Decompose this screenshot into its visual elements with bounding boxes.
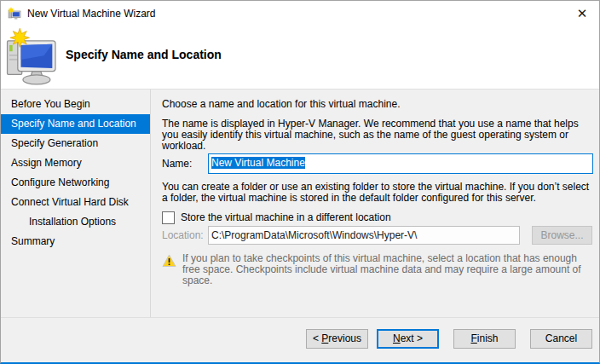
button-bar: < Previous Next > Finish Cancel <box>1 317 599 362</box>
next-button[interactable]: Next > <box>377 329 439 349</box>
sidebar-item-before-you-begin[interactable]: Before You Begin <box>1 95 150 114</box>
wizard-banner: Specify Name and Location <box>1 26 599 90</box>
vm-name-input[interactable]: New Virtual Machine <box>208 153 593 174</box>
store-different-location-checkbox[interactable] <box>162 211 175 224</box>
checkpoint-warning: If you plan to take checkpoints of this … <box>162 253 593 286</box>
name-field-row: Name: New Virtual Machine <box>162 154 593 173</box>
wizard-dialog: New Virtual Machine Wizard ✕ Specify Nam… <box>0 0 600 364</box>
finish-button-suffix: inish <box>477 332 499 344</box>
next-button-suffix: ext > <box>401 332 423 344</box>
cancel-button[interactable]: Cancel <box>530 329 592 349</box>
new-vm-icon <box>6 27 59 87</box>
sidebar-item-specify-name-and-location[interactable]: Specify Name and Location <box>1 114 150 134</box>
app-icon <box>8 7 21 20</box>
location-path-input: C:\ProgramData\Microsoft\Windows\Hyper-V… <box>208 226 520 245</box>
name-label: Name: <box>162 158 208 170</box>
intro-text: Choose a name and location for this virt… <box>162 99 401 110</box>
location-field-row: Location: C:\ProgramData\Microsoft\Windo… <box>162 226 593 245</box>
finish-button[interactable]: Finish <box>453 329 516 349</box>
previous-button-prefix: < <box>313 332 321 344</box>
wizard-page-content: Choose a name and location for this virt… <box>162 90 593 317</box>
title-bar: New Virtual Machine Wizard ✕ <box>1 1 599 26</box>
sidebar-item-installation-options[interactable]: Installation Options <box>1 212 150 232</box>
close-icon: ✕ <box>577 6 588 21</box>
finish-button-accesskey: F <box>470 332 476 344</box>
previous-button[interactable]: < Previous <box>306 329 368 349</box>
name-help-text: The name is displayed in Hyper-V Manager… <box>162 118 593 152</box>
store-different-location-label[interactable]: Store the virtual machine in a different… <box>181 211 391 223</box>
sidebar-item-specify-generation[interactable]: Specify Generation <box>1 134 150 153</box>
next-button-accesskey: N <box>393 332 401 344</box>
sidebar-item-configure-networking[interactable]: Configure Networking <box>1 173 150 193</box>
close-button[interactable]: ✕ <box>565 1 599 26</box>
sidebar-item-assign-memory[interactable]: Assign Memory <box>1 153 150 173</box>
different-location-row: Store the virtual machine in a different… <box>162 211 593 224</box>
browse-button: Browse... <box>532 226 592 245</box>
wizard-steps-sidebar: Before You Begin Specify Name and Locati… <box>1 90 151 317</box>
vm-name-selected-text: New Virtual Machine <box>211 157 305 169</box>
page-title: Specify Name and Location <box>66 48 222 61</box>
sidebar-item-summary[interactable]: Summary <box>1 232 150 251</box>
window-title: New Virtual Machine Wizard <box>27 8 156 20</box>
folder-help-text: You can create a folder or use an existi… <box>162 182 593 204</box>
location-label: Location: <box>162 229 208 241</box>
sidebar-item-connect-virtual-hard-disk[interactable]: Connect Virtual Hard Disk <box>1 193 150 212</box>
warning-icon <box>162 254 176 268</box>
warning-text: If you plan to take checkpoints of this … <box>182 253 593 286</box>
previous-button-suffix: revious <box>328 332 361 344</box>
